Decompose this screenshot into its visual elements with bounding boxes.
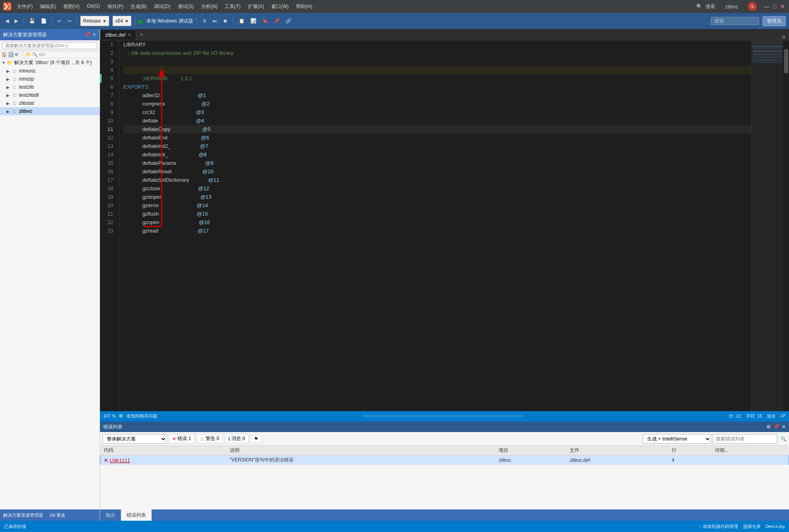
pin-icon[interactable]: 📌: [85, 32, 91, 37]
menu-extensions[interactable]: 扩展(X): [245, 2, 267, 11]
tree-tool-icon4[interactable]: 📄: [19, 52, 25, 57]
tree-tool-icon5[interactable]: 📁: [26, 52, 31, 57]
horizontal-scrollbar-area[interactable]: [362, 414, 524, 418]
status-branch[interactable]: Dem∧Joy: [766, 524, 785, 529]
menu-project[interactable]: 项目(P): [104, 2, 127, 11]
minimize-button[interactable]: —: [763, 3, 770, 10]
error-code-value[interactable]: LNK1111: [110, 458, 130, 463]
project-icon-minizip: □: [11, 76, 18, 82]
back-button[interactable]: ◀: [3, 17, 11, 25]
tree-tool-icon6[interactable]: 🔍: [32, 52, 38, 57]
title-bar: 文件(F) 编辑(E) 视图(V) Git(G) 项目(P) 生成(B) 调试(…: [0, 0, 789, 13]
sidebar-item-zlibvc[interactable]: ▶ □ zlibvc: [0, 107, 100, 115]
sidebar-item-testzlib[interactable]: ▶ □ testzlib: [0, 83, 100, 91]
ln-8: 8: [102, 100, 116, 108]
sidebar-search-input[interactable]: [2, 42, 97, 49]
step-button[interactable]: ⏭: [210, 17, 219, 25]
tab-settings-icon[interactable]: ⚙: [781, 34, 786, 40]
manager-button[interactable]: 管理员: [762, 16, 786, 26]
toolbar: ◀ ▶ 💾 📄 ↩ ↪ Release ▼ x64 ▼ ▶ 本地 Windows…: [0, 13, 789, 29]
code-line-4: ;VERSION 1.3.1: [123, 66, 751, 74]
message-count-badge[interactable]: ℹ 消息 0: [225, 434, 249, 443]
build-config-dropdown[interactable]: Release ▼: [80, 16, 109, 26]
solution-root-item[interactable]: ▼ 📁 解决方案 'zlibvc' (6 个项目，共 6 个): [0, 58, 100, 67]
project-icon-testzlibdll: □: [11, 92, 18, 98]
close-button[interactable]: ✕: [779, 3, 786, 10]
tab-zlibvc-def[interactable]: zlibvc.def ✕: [100, 29, 136, 40]
app-logo: [3, 2, 11, 10]
toolbar-misc-1[interactable]: 📋: [237, 17, 247, 25]
code-content[interactable]: LIBRARY ; zlib data compression and ZIP …: [119, 40, 751, 411]
solution-explorer-panel: 解决方案资源管理器 📌 ✕ 🏠 🔙 ⚙ 📄 📁 🔍 </> ▼: [0, 29, 100, 521]
panel-settings-icon[interactable]: ⚙: [766, 424, 771, 430]
status-select-repo[interactable]: 选择仓库: [743, 524, 761, 530]
menu-debug[interactable]: 调试(D): [151, 2, 174, 11]
table-row[interactable]: ✕ LNK1111 "VERSION"语句中的语法错误 zlibvc zlibv…: [100, 455, 789, 465]
pause-button[interactable]: ⏸: [200, 17, 209, 25]
menu-file[interactable]: 文件(F): [14, 2, 36, 11]
menu-git[interactable]: Git(G): [83, 2, 103, 11]
tab-close-icon[interactable]: ✕: [128, 33, 131, 37]
panel-close-icon[interactable]: ✕: [782, 424, 786, 430]
tree-tool-icon7[interactable]: </>: [39, 52, 45, 57]
sidebar-tab-solution-explorer[interactable]: 解决方案资源管理器: [3, 512, 43, 518]
tree-tool-icon[interactable]: 🏠: [2, 52, 7, 57]
menu-tools[interactable]: 工具(T): [221, 2, 244, 11]
panel-pin-icon[interactable]: 📌: [773, 424, 779, 430]
tab-bar: zlibvc.def ✕ + ⚙: [100, 29, 789, 40]
breakpoint-button[interactable]: ⏺: [221, 17, 230, 25]
filter-badge[interactable]: ⚑: [250, 435, 262, 443]
scope-dropdown[interactable]: 整体解决方案: [102, 434, 167, 444]
menu-build[interactable]: 生成(B): [127, 2, 150, 11]
save-button[interactable]: 💾: [27, 17, 37, 25]
forward-button[interactable]: ▶: [12, 17, 20, 25]
zoom-level[interactable]: 107 %: [103, 414, 116, 418]
toolbar-search-input[interactable]: [711, 17, 759, 25]
sidebar-item-testzlibdll[interactable]: ▶ □ testzlibdll: [0, 91, 100, 99]
sidebar-bottom-nav: 解决方案资源管理器 Git 更改: [0, 509, 100, 521]
sidebar-item-zlibstat[interactable]: ▶ □ zlibstat: [0, 99, 100, 107]
tab-output[interactable]: 输出: [100, 509, 121, 521]
ln-14: 14: [102, 150, 116, 159]
run-label: 本地 Windows 调试器: [146, 18, 193, 25]
menu-window[interactable]: 窗口(W): [268, 2, 292, 11]
title-bar-right: 🔍 搜索 zlibvc 头 — □ ✕: [696, 2, 786, 11]
save-all-button[interactable]: 📄: [39, 17, 49, 25]
platform-dropdown[interactable]: x64 ▼: [112, 16, 131, 26]
toolbar-misc-2[interactable]: 📊: [248, 17, 258, 25]
tab-add-button[interactable]: +: [136, 29, 146, 40]
scrollbar-thumb[interactable]: [784, 49, 788, 73]
status-bar: 已保存的项 ↑ 添加到源代码管理 选择仓库 Dem∧Joy: [0, 521, 789, 532]
line-numbers: 1 2 3 4 5 6 7 8 9 10 11 12 13 14 15 16 1…: [102, 40, 119, 411]
warning-count-badge[interactable]: ⚠ 警告 0: [196, 434, 223, 443]
error-search-input[interactable]: [713, 434, 777, 444]
sidebar-tab-git-changes[interactable]: Git 更改: [50, 512, 65, 518]
ln-13: 13: [102, 142, 116, 150]
col-header-file: 文件: [566, 446, 668, 455]
menu-edit[interactable]: 编辑(E): [37, 2, 59, 11]
run-button[interactable]: ▶: [138, 17, 143, 25]
undo-button[interactable]: ↩: [56, 17, 64, 25]
tree-tool-icon3[interactable]: ⚙: [15, 52, 19, 57]
maximize-button[interactable]: □: [771, 3, 778, 10]
error-count-badge[interactable]: ✕ 错误 1: [169, 434, 195, 443]
status-add-source[interactable]: ↑ 添加到源代码管理: [699, 524, 738, 530]
toolbar-misc-5[interactable]: 🔗: [283, 17, 294, 25]
sidebar-item-miniunz[interactable]: ▶ □ miniunz: [0, 67, 100, 75]
toolbar-misc-3[interactable]: 🔖: [260, 17, 270, 25]
tab-error-list[interactable]: 错误列表: [121, 509, 152, 521]
redo-button[interactable]: ↪: [65, 17, 73, 25]
vertical-scrollbar[interactable]: [783, 40, 789, 411]
menu-view[interactable]: 视图(V): [60, 2, 83, 11]
titlebar-search-label[interactable]: 搜索: [706, 3, 715, 10]
sidebar-item-minizip[interactable]: ▶ □ minizip: [0, 75, 100, 83]
project-icon-testzlib: □: [11, 84, 18, 90]
menu-help[interactable]: 帮助(H): [293, 2, 316, 11]
tree-tool-icon2[interactable]: 🔙: [8, 52, 14, 57]
toolbar-misc-4[interactable]: 📌: [272, 17, 282, 25]
sidebar-close-icon[interactable]: ✕: [92, 32, 96, 37]
col-info: 字符: 15: [746, 413, 762, 419]
build-filter-dropdown[interactable]: 生成 + IntelliSense: [643, 434, 711, 444]
menu-analyze[interactable]: 分析(N): [198, 2, 221, 11]
menu-test[interactable]: 测试(S): [175, 2, 197, 11]
